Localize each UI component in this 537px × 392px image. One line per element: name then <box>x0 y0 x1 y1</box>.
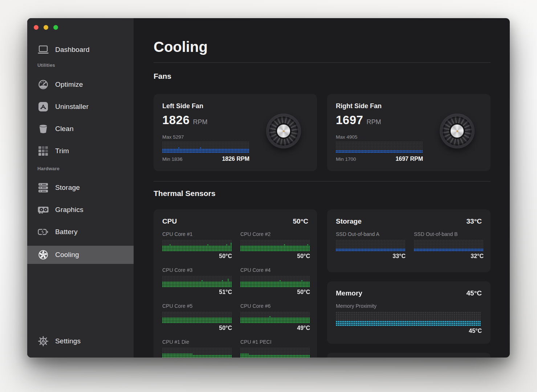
storage-card: Storage 33°C SSD Out-of-band A 33°C SSD … <box>327 209 491 272</box>
fan-rpm-value: 1826 <box>162 113 190 127</box>
sensor-chart <box>240 312 310 323</box>
server-icon <box>37 182 49 193</box>
main-content: Cooling Fans Left Side Fan 1826 RPM Max … <box>134 18 510 358</box>
sidebar-item-clean[interactable]: Clean <box>27 121 134 137</box>
fans-row: Left Side Fan 1826 RPM Max 5297 Min 1836… <box>154 94 491 171</box>
card-temp: 33°C <box>467 217 482 225</box>
card-title: Memory <box>336 289 362 297</box>
fan-card-left: Left Side Fan 1826 RPM Max 5297 Min 1836… <box>154 94 317 171</box>
divider <box>154 181 491 181</box>
sidebar-item-trim[interactable]: Trim <box>27 143 134 159</box>
sidebar-item-label: Uninstaller <box>55 103 89 111</box>
sensor-chart <box>240 240 310 252</box>
close-button[interactable] <box>34 25 38 30</box>
fan-rpm-value: 1697 <box>336 113 363 127</box>
thermal-row: CPU 50°C CPU Core #1 50°C CPU Core #2 50… <box>154 209 491 358</box>
sensor-memory-proximity: Memory Proximity 45°C <box>336 303 482 335</box>
sensor-ssd-b: SSD Out-of-band B 32°C <box>414 231 484 260</box>
sensor-chart <box>240 348 310 358</box>
sensor-chart <box>162 276 232 287</box>
bucket-icon <box>37 123 49 135</box>
sidebar-item-optimize[interactable]: Optimize <box>27 76 134 93</box>
fan-spinner-image <box>266 114 301 148</box>
fan-icon <box>37 249 49 261</box>
sidebar-item-uninstaller[interactable]: Uninstaller <box>27 98 134 115</box>
fan-history-chart <box>336 142 423 153</box>
partial-card <box>327 353 491 358</box>
divider <box>154 62 491 63</box>
card-temp: 45°C <box>467 289 482 297</box>
sensor-chart <box>162 312 232 323</box>
sensor-ssd-a: SSD Out-of-band A 33°C <box>336 231 406 260</box>
battery-icon <box>37 226 49 238</box>
gpu-icon <box>37 204 49 216</box>
fan-name: Left Side Fan <box>162 102 308 110</box>
card-title: CPU <box>162 217 177 225</box>
fan-current-label: 1826 RPM <box>222 156 249 162</box>
sidebar-item-label: Settings <box>55 337 81 345</box>
fan-min-label: Min 1836 <box>162 156 183 162</box>
sidebar-item-label: Clean <box>55 125 74 133</box>
card-temp: 50°C <box>293 217 308 225</box>
sensor-cpu-core-5: CPU Core #5 50°C <box>162 303 232 332</box>
sidebar-item-settings[interactable]: Settings <box>27 333 134 350</box>
grid-icon <box>37 145 49 157</box>
fan-card-right: Right Side Fan 1697 RPM Max 4905 Min 170… <box>327 94 491 171</box>
sidebar-section-utilities: Utilities <box>37 62 55 68</box>
card-title: Storage <box>336 217 362 225</box>
fan-min-label: Min 1700 <box>336 156 356 162</box>
sensor-chart <box>162 348 232 358</box>
sidebar-item-label: Cooling <box>55 251 79 259</box>
sidebar-item-label: Dashboard <box>55 46 90 54</box>
sidebar-item-label: Storage <box>55 184 80 192</box>
fan-rpm-unit: RPM <box>366 118 381 126</box>
fan-spinner-image <box>440 114 475 148</box>
sensor-cpu-core-4: CPU Core #4 50°C <box>240 267 310 296</box>
sidebar-section-hardware: Hardware <box>37 166 60 171</box>
zoom-button[interactable] <box>53 25 58 30</box>
sensor-cpu-core-6: CPU Core #6 49°C <box>240 303 310 332</box>
fans-heading: Fans <box>154 72 491 81</box>
sidebar-item-dashboard[interactable]: Dashboard <box>27 41 134 58</box>
sidebar-item-storage[interactable]: Storage <box>27 179 134 196</box>
appstore-icon <box>37 101 49 113</box>
sensor-chart <box>414 240 484 252</box>
fan-rpm-unit: RPM <box>193 118 207 126</box>
sidebar-item-label: Trim <box>55 147 69 155</box>
sensor-chart <box>162 240 232 252</box>
sidebar-item-label: Graphics <box>55 206 84 214</box>
sensor-cpu-peci: CPU #1 PECI <box>240 339 310 358</box>
sensor-cpu-core-3: CPU Core #3 51°C <box>162 267 232 296</box>
sidebar: Dashboard Utilities Optimize <box>27 18 134 358</box>
traffic-lights <box>34 25 58 30</box>
gear-icon <box>37 335 49 347</box>
sensor-cpu-core-2: CPU Core #2 50°C <box>240 231 310 260</box>
gauge-icon <box>37 79 49 90</box>
app-window: Dashboard Utilities Optimize <box>27 18 510 358</box>
page-title: Cooling <box>154 39 491 54</box>
sidebar-item-cooling[interactable]: Cooling <box>27 246 134 264</box>
fan-history-chart <box>162 142 249 153</box>
sensor-chart <box>336 312 481 326</box>
fan-name: Right Side Fan <box>336 102 482 110</box>
memory-card: Memory 45°C Memory Proximity 45°C <box>327 281 491 344</box>
sidebar-item-label: Optimize <box>55 81 83 89</box>
sidebar-item-graphics[interactable]: Graphics <box>27 201 134 218</box>
laptop-icon <box>37 44 49 56</box>
sensor-chart <box>336 240 406 252</box>
sensor-cpu-core-1: CPU Core #1 50°C <box>162 231 232 260</box>
sidebar-item-battery[interactable]: Battery <box>27 224 134 240</box>
sensor-chart <box>240 276 310 287</box>
sidebar-item-label: Battery <box>55 228 78 236</box>
thermal-right-column: Storage 33°C SSD Out-of-band A 33°C SSD … <box>327 209 491 358</box>
sensor-cpu-die: CPU #1 Die <box>162 339 232 358</box>
cpu-card: CPU 50°C CPU Core #1 50°C CPU Core #2 50… <box>154 209 317 358</box>
thermal-heading: Thermal Sensors <box>154 189 491 198</box>
fan-current-label: 1697 RPM <box>395 156 423 162</box>
minimize-button[interactable] <box>44 25 48 30</box>
